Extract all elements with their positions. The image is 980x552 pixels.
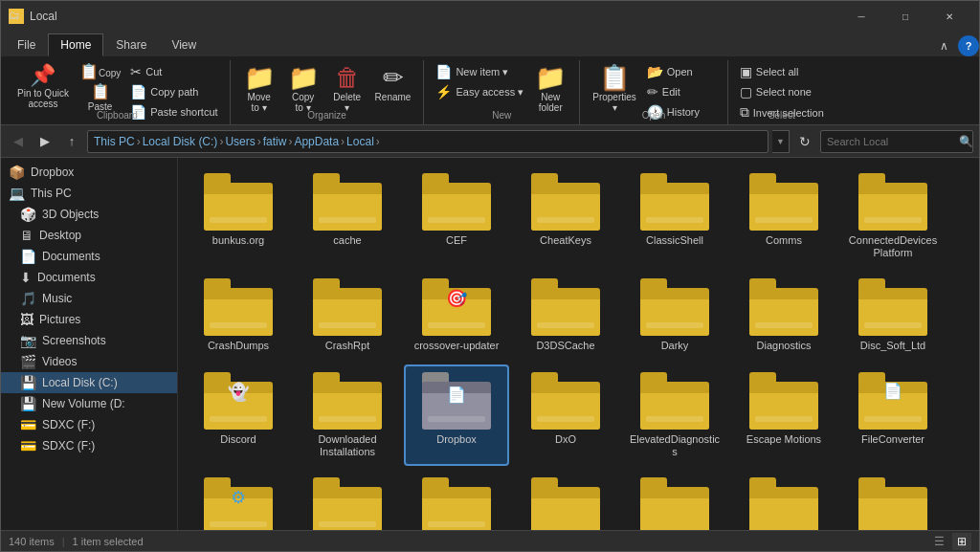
folder-28[interactable] (840, 470, 946, 530)
path-users[interactable]: Users (225, 135, 255, 148)
new-volume-d-icon: 💾 (20, 396, 36, 411)
open-button[interactable]: 📂 Open (643, 62, 720, 81)
folder-dropbox[interactable]: 📄 Dropbox (404, 364, 509, 466)
path-local[interactable]: Local (346, 135, 374, 148)
list-view-button[interactable]: ☰ (929, 533, 948, 550)
sidebar-item-local-disk-c[interactable]: 💾 Local Disk (C:) (1, 372, 177, 393)
grid-view-button[interactable]: ⊞ (952, 533, 971, 550)
sidebar-item-videos[interactable]: 🎬 Videos (1, 351, 177, 372)
folder-crashrpt[interactable]: CrashRpt (295, 271, 400, 360)
tab-view[interactable]: View (159, 33, 209, 56)
folder-27[interactable] (731, 470, 836, 530)
clipboard-small-stack: ✂ Cut 📄 Copy path 📄 Paste shortcut (126, 62, 221, 137)
close-button[interactable]: ✕ (927, 1, 971, 32)
select-all-icon: ▣ (740, 64, 752, 79)
clipboard-label: Clipboard (97, 110, 138, 121)
pin-button[interactable]: 📌 Pin to Quickaccess (12, 62, 74, 112)
folder-diagnostics[interactable]: Diagnostics (731, 271, 836, 360)
folder-elevated-diagnostics[interactable]: ElevatedDiagnostics (622, 364, 727, 466)
folder-dxo[interactable]: DxO (513, 364, 618, 466)
sidebar-item-pictures[interactable]: 🖼 Pictures (1, 309, 177, 330)
folder-darky[interactable]: Darky (622, 271, 727, 360)
folder-d3dscache[interactable]: D3DSCache (513, 271, 618, 360)
sidebar-item-music[interactable]: 🎵 Music (1, 288, 177, 309)
sidebar-item-sdxc-f-1[interactable]: 💳 SDXC (F:) (1, 414, 177, 435)
new-group: 📄 New item ▾ ⚡ Easy access ▾ 📁 Newfolder… (424, 60, 580, 124)
sidebar-item-dropbox[interactable]: 📦 Dropbox (1, 162, 177, 183)
folder-escape-motions[interactable]: Escape Motions (731, 364, 836, 466)
open-small-stack: 📂 Open ✏ Edit 🕐 History (643, 62, 720, 137)
folder-classicshell[interactable]: ClassicShell (622, 166, 727, 267)
file-scroll[interactable]: bunkus.org cache (178, 158, 979, 530)
maximize-button[interactable]: □ (883, 1, 927, 32)
edit-button[interactable]: ✏ Edit (643, 82, 720, 101)
copy-to-icon: 📁 (288, 65, 319, 90)
properties-button[interactable]: 📋 Properties▾ (588, 62, 641, 116)
delete-button[interactable]: 🗑 Delete▾ (326, 62, 368, 116)
path-appdata[interactable]: AppData (294, 135, 339, 148)
folder-geckofx[interactable]: Geckofx (404, 470, 509, 530)
select-none-button[interactable]: ▢ Select none (736, 82, 828, 101)
sidebar-item-3d-objects[interactable]: 🎲 3D Objects (1, 204, 177, 225)
new-folder-button[interactable]: 📁 Newfolder (529, 62, 571, 116)
folder-26[interactable] (622, 470, 727, 530)
sidebar-item-sdxc-f-2[interactable]: 💳 SDXC (F:) (1, 435, 177, 456)
sidebar-item-this-pc[interactable]: 💻 This PC (1, 183, 177, 204)
easy-access-button[interactable]: ⚡ Easy access ▾ (432, 82, 527, 101)
folder-downloaded-installations[interactable]: Downloaded Installations (295, 364, 400, 466)
tab-file[interactable]: File (5, 33, 48, 56)
folder-25[interactable] (513, 470, 618, 530)
sidebar-item-downloads[interactable]: ⬇ Documents (1, 267, 177, 288)
select-none-icon: ▢ (740, 84, 752, 99)
folder-fiverivers[interactable]: FiveRivers_Technologies (295, 470, 400, 530)
paste-shortcut-button[interactable]: 📄 Paste shortcut (126, 102, 221, 121)
new-item-button[interactable]: 📄 New item ▾ (432, 62, 527, 81)
dropbox-folder-overlay: 📄 (447, 386, 466, 404)
open-icon: 📂 (647, 64, 663, 79)
folder-fileconverter[interactable]: 📄 FileConverter (840, 364, 946, 466)
window: 🗂 Local ─ □ ✕ File Home Share View ∧ ? 📌… (0, 0, 980, 552)
ribbon: 📌 Pin to Quickaccess 📋 Copy 📋 Paste (1, 56, 979, 125)
minimize-button[interactable]: ─ (839, 1, 883, 32)
edit-icon: ✏ (647, 84, 658, 99)
path-fatiw[interactable]: fatiw (263, 135, 287, 148)
invert-selection-icon: ⧉ (740, 104, 749, 121)
window-title: Local (30, 10, 839, 23)
move-to-button[interactable]: 📁 Moveto ▾ (238, 62, 280, 116)
discord-overlay: 👻 (228, 382, 249, 403)
3d-objects-icon: 🎲 (20, 207, 36, 222)
folder-connected-devices[interactable]: ConnectedDevicesPlatform (840, 166, 946, 267)
copy-path-button[interactable]: 📄 Copy path (126, 82, 221, 101)
select-all-button[interactable]: ▣ Select all (736, 62, 828, 81)
sidebar-item-desktop[interactable]: 🖥 Desktop (1, 225, 177, 246)
view-controls: ☰ ⊞ (929, 533, 971, 550)
folder-cef[interactable]: CEF (404, 166, 509, 267)
folder-cheatkeys[interactable]: CheatKeys (513, 166, 618, 267)
rename-button[interactable]: ✏ Rename (370, 62, 416, 105)
folder-fing-updater[interactable]: ⚙ fing-updater (186, 470, 291, 530)
sidebar-item-new-volume-d[interactable]: 💾 New Volume (D: (1, 393, 177, 414)
this-pc-icon: 💻 (9, 186, 25, 201)
ribbon-collapse-button[interactable]: ∧ (933, 35, 954, 56)
folder-crashdumps[interactable]: CrashDumps (186, 271, 291, 360)
sidebar-item-screenshots[interactable]: 📷 Screenshots (1, 330, 177, 351)
clipboard-group: 📌 Pin to Quickaccess 📋 Copy 📋 Paste (5, 60, 231, 124)
tab-home[interactable]: Home (48, 33, 103, 56)
cut-button[interactable]: ✂ Cut (126, 62, 221, 81)
folder-cache[interactable]: cache (295, 166, 400, 267)
cut-icon: ✂ (130, 64, 142, 79)
sidebar-item-documents[interactable]: 📄 Documents (1, 246, 177, 267)
folder-disc-soft[interactable]: Disc_Soft_Ltd (840, 271, 946, 360)
copy-button[interactable]: 📋 Copy (76, 62, 124, 81)
copy-to-button[interactable]: 📁 Copyto ▾ (282, 62, 324, 116)
search-input[interactable] (827, 136, 959, 147)
folder-discord[interactable]: 👻 Discord (186, 364, 291, 466)
fileconverter-overlay: 📄 (883, 382, 902, 400)
copy-icon: 📋 (79, 64, 99, 79)
folder-crossover-updater[interactable]: 🎯 crossover-updater (404, 271, 509, 360)
open-group: 📋 Properties▾ 📂 Open ✏ Edit 🕐 History (580, 60, 728, 124)
help-button[interactable]: ? (958, 35, 979, 56)
folder-comms[interactable]: Comms (731, 166, 836, 267)
tab-share[interactable]: Share (103, 33, 159, 56)
folder-bunkus[interactable]: bunkus.org (186, 166, 291, 267)
